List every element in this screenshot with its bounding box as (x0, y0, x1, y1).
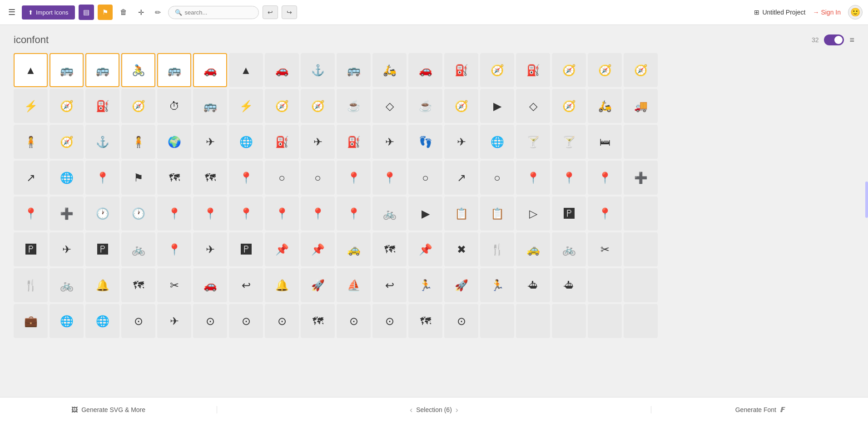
icon-cell[interactable]: ○ (265, 161, 299, 195)
icon-cell[interactable]: 🍴 (14, 268, 48, 302)
icon-cell[interactable]: 🧭 (552, 89, 586, 123)
icon-cell[interactable]: 🗺 (372, 232, 407, 266)
icon-cell[interactable]: 📍 (157, 232, 191, 266)
icon-cell[interactable]: ⊙ (337, 304, 371, 338)
icon-cell[interactable]: 🕐 (121, 196, 155, 231)
icon-cell[interactable]: ⛽ (516, 53, 550, 87)
move-button[interactable]: ✛ (134, 5, 148, 20)
icon-cell[interactable]: ↩ (372, 268, 407, 302)
icon-cell[interactable] (624, 232, 658, 266)
icon-cell[interactable]: 🚀 (301, 268, 335, 302)
icon-cell[interactable] (624, 268, 658, 302)
scrollbar[interactable] (865, 182, 868, 218)
icon-cell[interactable] (588, 268, 622, 302)
menu-button[interactable]: ☰ (5, 5, 18, 20)
icon-cell[interactable]: 🚌 (85, 53, 119, 87)
icon-cell[interactable]: ⚓ (301, 53, 335, 87)
icon-cell[interactable]: 🛵 (588, 89, 622, 123)
icon-cell[interactable]: 🗺 (157, 161, 191, 195)
icon-cell[interactable]: ○ (408, 161, 442, 195)
icon-cell[interactable]: 🧭 (480, 53, 514, 87)
icon-cell[interactable]: ✈ (301, 125, 335, 159)
avatar[interactable]: 🙂 (848, 5, 863, 20)
icon-cell[interactable]: ⛽ (85, 89, 119, 123)
icon-cell[interactable]: 🌐 (85, 304, 119, 338)
icon-cell[interactable]: ○ (301, 161, 335, 195)
icon-cell[interactable] (624, 125, 658, 159)
icon-cell[interactable]: 🚗 (193, 53, 227, 87)
icon-cell[interactable]: ⚓ (85, 125, 119, 159)
icon-cell[interactable]: ↩ (229, 268, 263, 302)
icon-cell[interactable]: 🅿 (14, 232, 48, 266)
icon-cell[interactable]: ◇ (516, 89, 550, 123)
icon-cell[interactable]: 🅿 (85, 232, 119, 266)
icon-cell[interactable]: 🧭 (50, 89, 84, 123)
icon-cell[interactable]: 🗺 (301, 304, 335, 338)
icon-cell[interactable]: 🗺 (121, 268, 155, 302)
sign-in-button[interactable]: → Sign In (813, 9, 841, 16)
icon-cell[interactable]: ✈ (157, 304, 191, 338)
icon-cell[interactable]: ⛴ (552, 268, 586, 302)
icon-cell[interactable]: ✈ (193, 232, 227, 266)
icon-cell[interactable]: ➕ (624, 161, 658, 195)
icon-cell[interactable]: ⏱ (157, 89, 191, 123)
icon-cell[interactable]: ▶ (480, 89, 514, 123)
icon-cell[interactable]: 🚲 (50, 268, 84, 302)
icon-cell[interactable] (516, 304, 550, 338)
icon-cell[interactable]: 📍 (552, 161, 586, 195)
icon-cell[interactable]: ☕ (337, 89, 371, 123)
delete-button[interactable]: 🗑 (116, 5, 131, 19)
view-menu-button[interactable]: ≡ (849, 35, 854, 45)
icon-cell[interactable] (588, 304, 622, 338)
icon-cell[interactable]: 📍 (588, 196, 622, 231)
icon-cell[interactable]: ▲ (14, 53, 48, 87)
icon-cell[interactable]: ✈ (444, 125, 478, 159)
icon-cell[interactable]: 🧭 (444, 89, 478, 123)
icon-cell[interactable]: 🚲 (121, 232, 155, 266)
icon-cell[interactable]: 🌐 (50, 304, 84, 338)
icon-cell[interactable]: 🛏 (588, 125, 622, 159)
icon-cell[interactable]: ⚡ (14, 89, 48, 123)
icon-cell[interactable]: 🚗 (408, 53, 442, 87)
icon-cell[interactable]: 🧭 (552, 53, 586, 87)
icon-cell[interactable]: ✂ (588, 232, 622, 266)
icon-cell[interactable]: 📍 (229, 161, 263, 195)
icon-cell[interactable]: 💼 (14, 304, 48, 338)
icon-cell[interactable]: 🌍 (157, 125, 191, 159)
icon-cell[interactable]: 🧭 (588, 53, 622, 87)
icon-cell[interactable]: 📍 (193, 196, 227, 231)
icon-cell[interactable] (624, 196, 658, 231)
icon-cell[interactable]: 🚌 (157, 53, 191, 87)
icon-cell[interactable]: 🔔 (265, 268, 299, 302)
icon-cell[interactable]: ⛴ (516, 268, 550, 302)
icon-cell[interactable]: ✖ (444, 232, 478, 266)
icon-cell[interactable]: ⛽ (337, 125, 371, 159)
icon-cell[interactable]: 🧭 (265, 89, 299, 123)
icon-cell[interactable]: 🧍 (121, 125, 155, 159)
import-icons-button[interactable]: ⬆ Import Icons (22, 5, 75, 20)
flag-button[interactable]: ⚑ (98, 5, 113, 20)
icon-cell[interactable]: ⊙ (229, 304, 263, 338)
icon-cell[interactable]: 🚲 (552, 232, 586, 266)
icon-cell[interactable]: ⚡ (229, 89, 263, 123)
icon-cell[interactable]: ✈ (372, 125, 407, 159)
icon-cell[interactable]: 🧭 (301, 89, 335, 123)
icon-cell[interactable] (552, 304, 586, 338)
icon-cell[interactable]: 🌐 (229, 125, 263, 159)
icon-cell[interactable]: ☕ (408, 89, 442, 123)
icon-cell[interactable]: 📍 (337, 196, 371, 231)
undo-button[interactable]: ↩ (263, 5, 278, 19)
icon-cell[interactable]: 🚲 (372, 196, 407, 231)
icon-cell[interactable]: 🚕 (337, 232, 371, 266)
icon-cell[interactable]: 🅿 (552, 196, 586, 231)
icon-cell[interactable]: ✂ (157, 268, 191, 302)
icon-cell[interactable]: 📍 (85, 161, 119, 195)
icon-cell[interactable]: ▶ (408, 196, 442, 231)
search-input[interactable] (185, 9, 253, 16)
icon-cell[interactable]: 🚗 (193, 268, 227, 302)
icon-cell[interactable]: 🗺 (193, 161, 227, 195)
icon-cell[interactable]: 🍴 (480, 232, 514, 266)
icon-cell[interactable]: 📍 (265, 196, 299, 231)
icon-cell[interactable]: ⊙ (121, 304, 155, 338)
icon-cell[interactable]: 🗺 (408, 304, 442, 338)
